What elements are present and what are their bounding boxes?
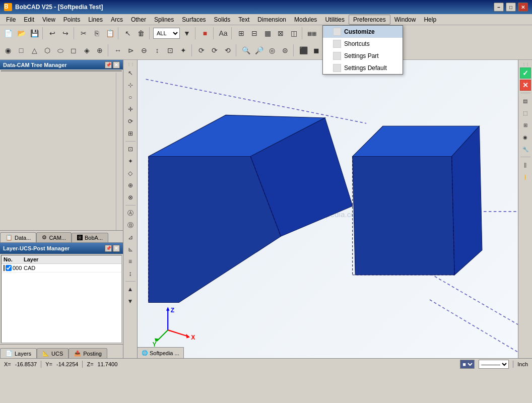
view-icons5[interactable]: ◫ [288, 27, 300, 39]
right-btn5[interactable]: 🔧 [520, 144, 531, 155]
delete-button[interactable]: 🗑 [135, 27, 147, 39]
select-all-dropdown[interactable]: ALL None [153, 28, 180, 39]
panel-pin-button[interactable]: 📌 [105, 61, 112, 69]
menu-edit[interactable]: Edit [20, 15, 38, 24]
line-style-select[interactable]: ———— - - - - [479, 360, 509, 369]
tb2-btn3[interactable]: △ [28, 44, 40, 56]
redo-button[interactable]: ↪ [59, 27, 72, 39]
right-btn1[interactable]: ▤ [520, 95, 531, 106]
snap-btn6[interactable]: ✦ [177, 44, 189, 56]
render-btn2[interactable]: ◼ [310, 44, 322, 56]
tab-cam[interactable]: ⚙ CAM... [36, 232, 72, 242]
v-btn-b[interactable]: Ⓑ [125, 220, 136, 231]
tab-layers[interactable]: 📄 Layers [0, 348, 37, 358]
menu-window[interactable]: Window [390, 15, 420, 24]
paste-button[interactable]: 📋 [104, 27, 116, 39]
v-btn-d[interactable]: ⊾ [125, 244, 136, 255]
v-rotate[interactable]: ⟳ [125, 116, 136, 127]
v-scroll-up[interactable]: ▲ [125, 284, 136, 295]
tb2-btn7[interactable]: ◈ [81, 44, 93, 56]
tab-boba[interactable]: 🅱 BobA... [72, 233, 108, 242]
v-btn-c[interactable]: ⊿ [125, 232, 136, 243]
layer-row-0[interactable]: 000 CAD [2, 264, 121, 273]
menu-modules[interactable]: Modules [290, 15, 321, 24]
v-btn-f[interactable]: ↨ [125, 268, 136, 279]
confirm-button[interactable]: ✓ [520, 68, 531, 79]
menu-settings-part[interactable]: Settings Part [323, 50, 403, 62]
menu-customize[interactable]: Customize [323, 26, 403, 38]
right-btn4[interactable]: ◉ [520, 131, 531, 143]
view-icons2[interactable]: ⊟ [248, 27, 260, 39]
layer-pin-button[interactable]: 📌 [105, 245, 112, 252]
layer-close-button[interactable]: ✕ [113, 245, 120, 252]
v-move[interactable]: ✛ [125, 104, 136, 115]
menu-text[interactable]: Text [234, 15, 253, 24]
snap-btn1[interactable]: ↔ [112, 44, 124, 56]
zoom-w[interactable]: 🔍 [240, 44, 252, 56]
new-button[interactable]: 📄 [2, 27, 14, 39]
right-btn3[interactable]: ⊞ [520, 119, 531, 130]
tb2-btn5[interactable]: ⬭ [54, 44, 66, 56]
v-snap[interactable]: ⊡ [125, 144, 136, 155]
color-select[interactable]: ■ [460, 360, 475, 369]
menu-dimension[interactable]: Dimension [253, 15, 290, 24]
menu-shortcuts[interactable]: Shortcuts [323, 38, 403, 50]
undo-button[interactable]: ↩ [46, 27, 58, 39]
tab-data[interactable]: 📋 Data... [0, 232, 36, 242]
font-button[interactable]: Aa [217, 27, 229, 39]
view3d-btn1[interactable]: ⟳ [195, 44, 208, 56]
v-snap2[interactable]: ✦ [125, 156, 136, 167]
right-btn7[interactable]: | [520, 171, 531, 182]
tb2-btn2[interactable]: □ [15, 44, 27, 56]
tb2-btn6[interactable]: ◻ [68, 44, 80, 56]
cut-button[interactable]: ✂ [78, 27, 90, 39]
v-snap5[interactable]: ⊗ [125, 192, 136, 203]
panel-close-button[interactable]: ✕ [113, 61, 120, 69]
v-lasso[interactable]: ○ [125, 92, 136, 103]
menu-utilities[interactable]: Utilities [321, 15, 349, 24]
menu-solids[interactable]: Solids [210, 15, 235, 24]
hatch-button[interactable]: ▦▦ [306, 27, 318, 39]
snap-btn2[interactable]: ⊳ [125, 44, 137, 56]
cursor-button[interactable]: ↖ [122, 27, 134, 39]
menu-view[interactable]: View [38, 15, 59, 24]
tab-ucs[interactable]: 📐 UCS [37, 348, 69, 358]
v-snap4[interactable]: ⊕ [125, 180, 136, 191]
render-btn[interactable]: ⬛ [297, 44, 309, 56]
zoom-o[interactable]: 🔎 [253, 44, 265, 56]
menu-arcs[interactable]: Arcs [107, 15, 127, 24]
menu-surfaces[interactable]: Surfaces [178, 15, 210, 24]
tb2-btn4[interactable]: ⬡ [41, 44, 53, 56]
v-snap3[interactable]: ◇ [125, 168, 136, 179]
cancel-button[interactable]: ✕ [520, 80, 531, 91]
right-btn2[interactable]: ⬚ [520, 107, 531, 118]
zoom-e[interactable]: ⊜ [279, 44, 291, 56]
maximize-button[interactable]: □ [506, 3, 516, 12]
menu-file[interactable]: File [2, 15, 20, 24]
v-btn-a[interactable]: Ⓐ [125, 208, 136, 219]
save-button[interactable]: 💾 [28, 27, 40, 39]
menu-lines[interactable]: Lines [84, 15, 107, 24]
snap-btn5[interactable]: ⊡ [164, 44, 176, 56]
snap-btn4[interactable]: ↕ [151, 44, 163, 56]
view3d-btn3[interactable]: ⟲ [222, 44, 234, 56]
tab-posting[interactable]: 📤 Posting [69, 348, 107, 358]
menu-splines[interactable]: Splines [150, 15, 178, 24]
v-btn-e[interactable]: ≡ [125, 256, 136, 267]
open-button[interactable]: 📂 [15, 27, 27, 39]
layer-checkbox[interactable] [6, 265, 12, 271]
color-red[interactable]: ■ [199, 27, 211, 39]
tb2-btn8[interactable]: ⊕ [94, 44, 106, 56]
view-icons4[interactable]: ⊠ [275, 27, 287, 39]
right-btn6[interactable]: || [520, 159, 531, 170]
v-scale[interactable]: ⊞ [125, 128, 136, 139]
3d-scene[interactable]: www.Softpedia.com [138, 60, 518, 358]
minimize-button[interactable]: – [494, 3, 504, 12]
menu-preferences[interactable]: Preferences [349, 15, 390, 25]
zoom-p[interactable]: ◎ [266, 44, 278, 56]
v-cursor[interactable]: ↖ [125, 68, 136, 79]
menu-points[interactable]: Points [59, 15, 84, 24]
view-icons1[interactable]: ⊞ [235, 27, 247, 39]
menu-settings-default[interactable]: Settings Default [323, 62, 403, 74]
tb2-btn1[interactable]: ◉ [2, 44, 14, 56]
